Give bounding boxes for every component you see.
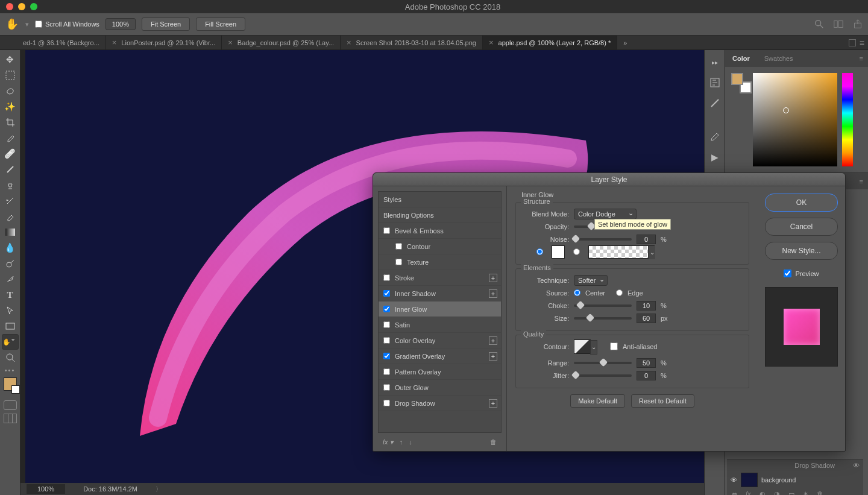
choke-value[interactable]: 10 [637,301,656,311]
type-tool[interactable]: T [2,287,19,303]
fit-screen-button[interactable]: Fit Screen [142,17,190,31]
noise-slider[interactable] [574,238,632,241]
effect-texture[interactable]: Texture [379,254,501,270]
crop-tool[interactable] [2,115,19,130]
history-brush-tool[interactable] [2,193,19,209]
fg-color-swatch[interactable] [731,73,743,85]
healing-tool[interactable]: 🩹 [2,146,19,162]
range-value[interactable]: 50 [637,358,656,368]
tab-swatches[interactable]: Swatches [757,51,800,66]
jitter-slider[interactable] [574,374,632,377]
group-icon[interactable]: ▭ [788,490,794,496]
effect-outer-glow[interactable]: Outer Glow [379,380,501,396]
panel-toggle-icon[interactable] [849,39,856,46]
trash-icon[interactable]: 🗑 [490,438,497,446]
hue-bar[interactable] [842,73,853,166]
noise-value[interactable]: 0 [637,235,656,244]
technique-select[interactable]: Softer [574,275,608,286]
choke-slider[interactable] [574,304,632,307]
more-tabs-button[interactable]: » [617,36,633,49]
effect-inner-shadow[interactable]: Inner Shadow+ [379,286,501,301]
close-tab-icon[interactable]: × [228,38,233,47]
background-color[interactable] [11,385,20,394]
layer-thumb[interactable] [741,473,758,487]
layer-fx-icon[interactable]: fx [746,490,751,495]
search-icon[interactable] [814,19,825,30]
range-slider[interactable] [574,362,632,364]
delete-layer-icon[interactable]: 🗑 [817,490,823,495]
move-tool[interactable]: ✥ [2,52,19,68]
add-effect-icon[interactable]: + [489,289,497,298]
gradient-tool[interactable] [2,224,19,240]
contour-picker[interactable]: ⌄ [574,339,591,354]
hand-tool[interactable]: ✋ [2,334,19,350]
add-effect-icon[interactable]: + [489,274,497,282]
screenmode-toggle[interactable] [4,414,17,423]
new-style-button[interactable]: New Style... [765,242,838,260]
close-tab-icon[interactable]: × [489,38,494,47]
stamp-tool[interactable] [2,177,19,193]
path-select-tool[interactable] [2,303,19,318]
styles-header[interactable]: Styles [379,192,501,207]
doc-tab-1[interactable]: ×LionPoster.psd @ 29.1% (Vibr... [106,36,222,49]
doc-tab-4[interactable]: ×apple.psd @ 100% (Layer 2, RGB/8) * [483,36,617,49]
blending-options-row[interactable]: Blending Options [379,207,501,223]
close-tab-icon[interactable]: × [347,38,351,47]
brush-tool[interactable] [2,162,19,177]
scroll-all-windows-checkbox[interactable]: Scroll All Windows [35,20,99,28]
blur-tool[interactable]: 💧 [2,240,19,256]
glow-solid-radio[interactable] [536,248,543,255]
ok-button[interactable]: OK [765,194,838,212]
glow-gradient-radio[interactable] [573,248,580,255]
quickmask-toggle[interactable] [4,400,17,410]
doc-tab-2[interactable]: ×Badge_colour.psd @ 25% (Lay... [222,36,341,49]
fx-menu-icon[interactable]: fx ▾ [383,438,394,446]
adjustment-layer-icon[interactable]: ◑ [774,490,780,496]
new-layer-icon[interactable]: ✶ [803,490,808,496]
effect-contour[interactable]: Contour [379,239,501,254]
status-doc-size[interactable]: Doc: 16.3M/14.2M [83,485,137,493]
close-tab-icon[interactable]: × [112,38,117,47]
zoom-level-field[interactable]: 100% [105,18,136,30]
add-effect-icon[interactable]: + [489,352,497,361]
fgbg-swatches[interactable] [731,73,748,90]
color-field[interactable] [753,73,837,166]
marquee-tool[interactable] [2,68,19,83]
effect-satin[interactable]: Satin [379,317,501,333]
layer-visibility-icon[interactable]: 👁 [731,476,737,484]
edit-toolbar-button[interactable]: ••• [5,365,16,375]
move-up-icon[interactable]: ↑ [400,438,403,446]
minimize-window-button[interactable] [18,3,25,10]
eyedropper-tool[interactable] [2,130,19,146]
preview-checkbox[interactable]: Preview [765,270,838,277]
brush-settings-icon[interactable] [708,130,722,144]
add-effect-icon[interactable]: + [489,399,497,408]
reset-default-button[interactable]: Reset to Default [631,394,694,408]
status-zoom[interactable]: 100% [27,484,65,494]
effect-drop-shadow[interactable]: Drop Shadow+ [379,396,501,411]
share-icon[interactable] [852,19,863,30]
fill-screen-button[interactable]: Fill Screen [196,17,245,31]
glow-color-swatch[interactable] [552,245,565,259]
actions-panel-icon[interactable]: ▶ [708,150,722,165]
rectangle-tool[interactable] [2,318,19,334]
effect-pattern-overlay[interactable]: Pattern Overlay [379,364,501,380]
arrange-docs-icon[interactable] [833,19,844,30]
dialog-title[interactable]: Layer Style [373,173,845,186]
effect-inner-glow[interactable]: Inner Glow [379,301,501,317]
layer-effect-dropshadow[interactable]: Drop Shadow [794,462,835,469]
move-down-icon[interactable]: ↓ [409,438,412,446]
source-edge-radio[interactable] [616,289,623,296]
lasso-tool[interactable] [2,83,19,99]
make-default-button[interactable]: Make Default [570,394,625,408]
panel-menu-icon[interactable]: ≡ [855,178,868,185]
glow-gradient-picker[interactable]: ⌄ [588,245,655,259]
maximize-window-button[interactable] [30,3,37,10]
panel-menu-icon[interactable]: ≡ [855,55,868,62]
link-layers-icon[interactable]: ⇔ [732,490,737,496]
effect-stroke[interactable]: Stroke+ [379,270,501,286]
doc-tab-3[interactable]: ×Screen Shot 2018-03-10 at 18.04.05.png [341,36,483,49]
size-value[interactable]: 60 [637,314,656,323]
blend-mode-select[interactable]: Color Dodge [574,209,637,219]
effect-color-overlay[interactable]: Color Overlay+ [379,333,501,348]
